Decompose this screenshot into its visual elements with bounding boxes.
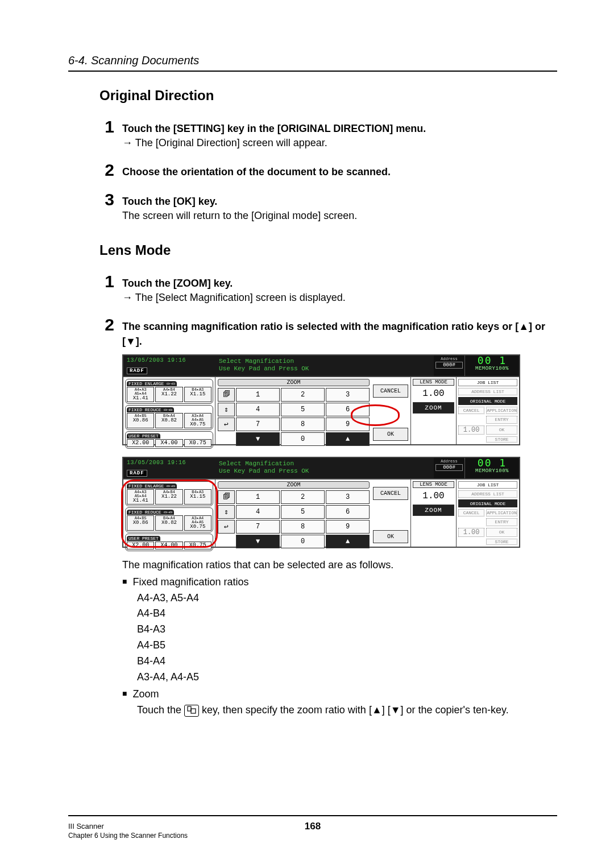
address-label: Address — [434, 459, 464, 464]
keypad-1[interactable]: 1 — [236, 388, 280, 402]
keypad-0[interactable]: 0 — [281, 432, 325, 446]
reduce-preset-button[interactable]: A4▸B5X0.86 — [127, 515, 154, 531]
job-list-button[interactable]: JOB LIST — [458, 379, 517, 386]
enlarge-preset-button[interactable]: B4▸A3X1.15 — [184, 489, 211, 505]
datetime: 13/05/2003 19:16 — [127, 357, 211, 363]
lens-value: 1.00 — [413, 489, 454, 505]
zoom-button[interactable]: ZOOM — [413, 402, 454, 414]
lens-mode-button[interactable]: LENS MODE — [413, 379, 454, 386]
datetime: 13/05/2003 19:16 — [127, 460, 211, 466]
right-ok-button[interactable]: OK — [486, 528, 517, 537]
zoom-label: Zoom — [132, 687, 159, 702]
zoom-keypad-label: ZOOM — [218, 481, 370, 489]
mode-icon[interactable]: ⇕ — [218, 403, 235, 416]
screen-title-line2: Use Key Pad and Press OK — [219, 365, 429, 373]
keypad-0[interactable]: 0 — [281, 535, 325, 548]
lens-mode-button[interactable]: LENS MODE — [413, 481, 454, 488]
keypad-2[interactable]: 2 — [281, 388, 325, 402]
enlarge-preset-button[interactable]: A4▸A3A5▸A4X1.41 — [127, 387, 154, 402]
keypad-8[interactable]: 8 — [281, 418, 325, 431]
copier-screen: 13/05/2003 19:16 RADF Select Magnificati… — [122, 354, 520, 445]
keypad-8[interactable]: 8 — [281, 520, 325, 534]
down-button[interactable]: ▼ — [236, 432, 280, 446]
radf-indicator: RADF — [127, 367, 147, 374]
reduce-preset-button[interactable]: B4▸A4X0.82 — [155, 413, 182, 428]
keypad-5[interactable]: 5 — [281, 403, 325, 416]
ok-button[interactable]: OK — [373, 428, 408, 441]
up-button[interactable]: ▲ — [326, 535, 370, 548]
square-bullet-icon: ■ — [122, 687, 127, 700]
user-preset-button[interactable]: X0.75 — [184, 542, 211, 549]
up-button[interactable]: ▲ — [326, 432, 370, 446]
right-cancel-button[interactable]: CANCEL — [458, 509, 484, 516]
user-preset-button[interactable]: X2.00 — [127, 542, 154, 549]
address-value: 000# — [435, 464, 463, 471]
keypad-9[interactable]: 9 — [326, 520, 370, 534]
cancel-button[interactable]: CANCEL — [373, 385, 408, 398]
screen-title-line1: Select Magnification — [219, 358, 429, 365]
user-preset-button[interactable]: X4.00 — [155, 542, 182, 549]
screen-title-line1: Select Magnification — [219, 460, 429, 468]
entry-button[interactable]: ENTRY — [486, 518, 517, 526]
counter-display: 00 1 — [478, 356, 507, 366]
reduce-preset-button[interactable]: A3▸A4A4▸A5X0.75 — [184, 413, 211, 428]
keypad-7[interactable]: 7 — [236, 520, 280, 534]
step-number: 3 — [99, 191, 114, 208]
ratio-display: 1.00 — [458, 425, 484, 435]
mode-icon[interactable]: ⇕ — [218, 505, 235, 519]
reduce-preset-button[interactable]: A4▸B5X0.86 — [127, 413, 154, 428]
mode-icon[interactable]: ↩ — [218, 418, 235, 431]
job-list-button[interactable]: JOB LIST — [458, 481, 517, 489]
square-bullet-icon: ■ — [122, 574, 127, 588]
keypad-6[interactable]: 6 — [326, 505, 370, 519]
right-ok-button[interactable]: OK — [486, 425, 517, 435]
keypad-1[interactable]: 1 — [236, 490, 280, 504]
lens-step-1-result: → The [Select Magnification] screen is d… — [122, 291, 557, 305]
svg-rect-1 — [191, 709, 196, 713]
keypad-3[interactable]: 3 — [326, 490, 370, 504]
enlarge-preset-button[interactable]: A4▸A3A5▸A4X1.41 — [127, 489, 154, 505]
mode-icon[interactable]: 🗐 — [218, 490, 235, 504]
original-mode-button[interactable]: ORIGINAL MODE — [458, 499, 517, 507]
enlarge-preset-button[interactable]: A4▸B4X1.22 — [155, 489, 182, 505]
keypad-7[interactable]: 7 — [236, 418, 280, 431]
reduce-preset-button[interactable]: A3▸A4A4▸A5X0.75 — [184, 515, 211, 531]
store-button[interactable]: STORE — [486, 539, 517, 545]
step-1-result: → The [Original Direction] screen will a… — [122, 136, 557, 150]
mag-ratios-intro: The magnification ratios that can be sel… — [122, 559, 557, 571]
enlarge-preset-button[interactable]: A4▸B4X1.22 — [155, 387, 182, 402]
original-mode-button[interactable]: ORIGINAL MODE — [458, 397, 517, 404]
address-label: Address — [434, 357, 464, 361]
keypad-9[interactable]: 9 — [326, 418, 370, 431]
address-list-button[interactable]: ADDRESS LIST — [458, 490, 517, 498]
down-button[interactable]: ▼ — [236, 535, 280, 548]
reduce-preset-button[interactable]: B4▸A4X0.82 — [155, 515, 182, 531]
keypad-4[interactable]: 4 — [236, 505, 280, 519]
keypad-6[interactable]: 6 — [326, 403, 370, 416]
store-button[interactable]: STORE — [486, 436, 517, 443]
enlarge-preset-button[interactable]: B4▸A3X1.15 — [184, 387, 211, 402]
user-preset-button[interactable]: X2.00 — [127, 439, 154, 447]
application-button[interactable]: APPLICATION — [486, 509, 517, 516]
entry-button[interactable]: ENTRY — [486, 416, 517, 423]
fixed-ratio-item: A4-B5 — [137, 638, 557, 654]
user-preset-button[interactable]: X4.00 — [155, 439, 182, 447]
application-button[interactable]: APPLICATION — [486, 407, 517, 414]
right-cancel-button[interactable]: CANCEL — [458, 407, 484, 414]
keypad-3[interactable]: 3 — [326, 388, 370, 402]
zoom-button[interactable]: ZOOM — [413, 505, 454, 516]
ok-button[interactable]: OK — [373, 530, 408, 543]
keypad-2[interactable]: 2 — [281, 490, 325, 504]
cancel-button[interactable]: CANCEL — [373, 487, 408, 500]
fixed-ratio-item: A4-A3, A5-A4 — [137, 590, 557, 606]
user-preset-button[interactable]: X0.75 — [184, 439, 211, 447]
divider-bottom — [68, 815, 557, 816]
keypad-5[interactable]: 5 — [281, 505, 325, 519]
fixed-ratio-item: B4-A4 — [137, 654, 557, 669]
mode-icon[interactable]: 🗐 — [218, 388, 235, 402]
keypad-4[interactable]: 4 — [236, 403, 280, 416]
step-number: 1 — [99, 273, 114, 290]
mode-icon[interactable]: ↩ — [218, 520, 235, 534]
address-list-button[interactable]: ADDRESS LIST — [458, 388, 517, 395]
copier-screen-2: 13/05/2003 19:16 RADF Select Magnificati… — [122, 457, 520, 548]
